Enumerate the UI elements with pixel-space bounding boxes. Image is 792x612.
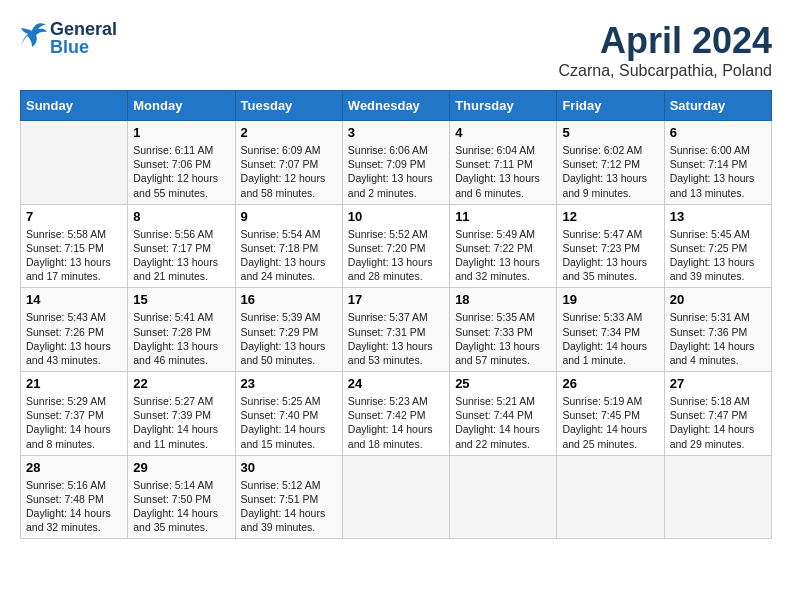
day-info: Sunrise: 5:25 AM Sunset: 7:40 PM Dayligh…	[241, 394, 337, 451]
day-cell: 20Sunrise: 5:31 AM Sunset: 7:36 PM Dayli…	[664, 288, 771, 372]
day-info: Sunrise: 5:52 AM Sunset: 7:20 PM Dayligh…	[348, 227, 444, 284]
day-cell	[450, 455, 557, 539]
day-cell: 10Sunrise: 5:52 AM Sunset: 7:20 PM Dayli…	[342, 204, 449, 288]
header-cell-friday: Friday	[557, 91, 664, 121]
day-info: Sunrise: 5:16 AM Sunset: 7:48 PM Dayligh…	[26, 478, 122, 535]
day-cell: 15Sunrise: 5:41 AM Sunset: 7:28 PM Dayli…	[128, 288, 235, 372]
bird-icon	[20, 21, 48, 53]
header-cell-thursday: Thursday	[450, 91, 557, 121]
week-row-5: 28Sunrise: 5:16 AM Sunset: 7:48 PM Dayli…	[21, 455, 772, 539]
logo: General Blue	[20, 20, 117, 56]
header-cell-monday: Monday	[128, 91, 235, 121]
day-number: 10	[348, 209, 444, 224]
day-cell: 30Sunrise: 5:12 AM Sunset: 7:51 PM Dayli…	[235, 455, 342, 539]
logo-blue-text: Blue	[50, 38, 117, 56]
day-number: 7	[26, 209, 122, 224]
day-number: 3	[348, 125, 444, 140]
day-number: 26	[562, 376, 658, 391]
day-number: 16	[241, 292, 337, 307]
day-info: Sunrise: 5:41 AM Sunset: 7:28 PM Dayligh…	[133, 310, 229, 367]
day-number: 9	[241, 209, 337, 224]
day-cell: 18Sunrise: 5:35 AM Sunset: 7:33 PM Dayli…	[450, 288, 557, 372]
day-cell: 14Sunrise: 5:43 AM Sunset: 7:26 PM Dayli…	[21, 288, 128, 372]
day-number: 19	[562, 292, 658, 307]
day-number: 13	[670, 209, 766, 224]
day-info: Sunrise: 5:18 AM Sunset: 7:47 PM Dayligh…	[670, 394, 766, 451]
day-info: Sunrise: 5:58 AM Sunset: 7:15 PM Dayligh…	[26, 227, 122, 284]
day-number: 14	[26, 292, 122, 307]
day-cell	[342, 455, 449, 539]
day-cell: 11Sunrise: 5:49 AM Sunset: 7:22 PM Dayli…	[450, 204, 557, 288]
day-number: 4	[455, 125, 551, 140]
day-number: 11	[455, 209, 551, 224]
day-info: Sunrise: 6:09 AM Sunset: 7:07 PM Dayligh…	[241, 143, 337, 200]
day-info: Sunrise: 5:23 AM Sunset: 7:42 PM Dayligh…	[348, 394, 444, 451]
day-number: 2	[241, 125, 337, 140]
day-number: 28	[26, 460, 122, 475]
day-cell: 21Sunrise: 5:29 AM Sunset: 7:37 PM Dayli…	[21, 372, 128, 456]
day-cell: 26Sunrise: 5:19 AM Sunset: 7:45 PM Dayli…	[557, 372, 664, 456]
day-cell: 22Sunrise: 5:27 AM Sunset: 7:39 PM Dayli…	[128, 372, 235, 456]
day-number: 20	[670, 292, 766, 307]
day-info: Sunrise: 5:37 AM Sunset: 7:31 PM Dayligh…	[348, 310, 444, 367]
week-row-3: 14Sunrise: 5:43 AM Sunset: 7:26 PM Dayli…	[21, 288, 772, 372]
day-number: 5	[562, 125, 658, 140]
header-cell-sunday: Sunday	[21, 91, 128, 121]
header-row: SundayMondayTuesdayWednesdayThursdayFrid…	[21, 91, 772, 121]
day-info: Sunrise: 5:35 AM Sunset: 7:33 PM Dayligh…	[455, 310, 551, 367]
day-cell: 29Sunrise: 5:14 AM Sunset: 7:50 PM Dayli…	[128, 455, 235, 539]
day-number: 12	[562, 209, 658, 224]
day-cell: 27Sunrise: 5:18 AM Sunset: 7:47 PM Dayli…	[664, 372, 771, 456]
day-cell: 25Sunrise: 5:21 AM Sunset: 7:44 PM Dayli…	[450, 372, 557, 456]
day-info: Sunrise: 5:43 AM Sunset: 7:26 PM Dayligh…	[26, 310, 122, 367]
day-cell: 28Sunrise: 5:16 AM Sunset: 7:48 PM Dayli…	[21, 455, 128, 539]
day-number: 17	[348, 292, 444, 307]
day-cell	[664, 455, 771, 539]
day-cell: 5Sunrise: 6:02 AM Sunset: 7:12 PM Daylig…	[557, 121, 664, 205]
calendar-body: 1Sunrise: 6:11 AM Sunset: 7:06 PM Daylig…	[21, 121, 772, 539]
day-info: Sunrise: 6:04 AM Sunset: 7:11 PM Dayligh…	[455, 143, 551, 200]
day-info: Sunrise: 5:56 AM Sunset: 7:17 PM Dayligh…	[133, 227, 229, 284]
day-info: Sunrise: 6:06 AM Sunset: 7:09 PM Dayligh…	[348, 143, 444, 200]
day-cell: 9Sunrise: 5:54 AM Sunset: 7:18 PM Daylig…	[235, 204, 342, 288]
day-number: 29	[133, 460, 229, 475]
day-cell: 17Sunrise: 5:37 AM Sunset: 7:31 PM Dayli…	[342, 288, 449, 372]
day-info: Sunrise: 5:49 AM Sunset: 7:22 PM Dayligh…	[455, 227, 551, 284]
day-cell: 19Sunrise: 5:33 AM Sunset: 7:34 PM Dayli…	[557, 288, 664, 372]
logo-general-text: General	[50, 20, 117, 38]
day-number: 27	[670, 376, 766, 391]
day-info: Sunrise: 5:29 AM Sunset: 7:37 PM Dayligh…	[26, 394, 122, 451]
day-number: 22	[133, 376, 229, 391]
day-cell: 7Sunrise: 5:58 AM Sunset: 7:15 PM Daylig…	[21, 204, 128, 288]
week-row-4: 21Sunrise: 5:29 AM Sunset: 7:37 PM Dayli…	[21, 372, 772, 456]
main-title: April 2024	[559, 20, 772, 62]
day-info: Sunrise: 5:31 AM Sunset: 7:36 PM Dayligh…	[670, 310, 766, 367]
day-info: Sunrise: 6:11 AM Sunset: 7:06 PM Dayligh…	[133, 143, 229, 200]
day-number: 1	[133, 125, 229, 140]
calendar-table: SundayMondayTuesdayWednesdayThursdayFrid…	[20, 90, 772, 539]
day-cell	[21, 121, 128, 205]
day-cell	[557, 455, 664, 539]
day-info: Sunrise: 5:45 AM Sunset: 7:25 PM Dayligh…	[670, 227, 766, 284]
day-number: 24	[348, 376, 444, 391]
day-cell: 8Sunrise: 5:56 AM Sunset: 7:17 PM Daylig…	[128, 204, 235, 288]
page-header: General Blue April 2024 Czarna, Subcarpa…	[20, 20, 772, 80]
day-cell: 16Sunrise: 5:39 AM Sunset: 7:29 PM Dayli…	[235, 288, 342, 372]
day-number: 8	[133, 209, 229, 224]
subtitle: Czarna, Subcarpathia, Poland	[559, 62, 772, 80]
day-number: 25	[455, 376, 551, 391]
day-info: Sunrise: 6:00 AM Sunset: 7:14 PM Dayligh…	[670, 143, 766, 200]
day-info: Sunrise: 5:33 AM Sunset: 7:34 PM Dayligh…	[562, 310, 658, 367]
day-info: Sunrise: 5:54 AM Sunset: 7:18 PM Dayligh…	[241, 227, 337, 284]
day-cell: 12Sunrise: 5:47 AM Sunset: 7:23 PM Dayli…	[557, 204, 664, 288]
week-row-1: 1Sunrise: 6:11 AM Sunset: 7:06 PM Daylig…	[21, 121, 772, 205]
day-info: Sunrise: 5:12 AM Sunset: 7:51 PM Dayligh…	[241, 478, 337, 535]
day-info: Sunrise: 5:27 AM Sunset: 7:39 PM Dayligh…	[133, 394, 229, 451]
day-cell: 24Sunrise: 5:23 AM Sunset: 7:42 PM Dayli…	[342, 372, 449, 456]
day-cell: 13Sunrise: 5:45 AM Sunset: 7:25 PM Dayli…	[664, 204, 771, 288]
day-number: 6	[670, 125, 766, 140]
week-row-2: 7Sunrise: 5:58 AM Sunset: 7:15 PM Daylig…	[21, 204, 772, 288]
day-cell: 2Sunrise: 6:09 AM Sunset: 7:07 PM Daylig…	[235, 121, 342, 205]
day-info: Sunrise: 5:47 AM Sunset: 7:23 PM Dayligh…	[562, 227, 658, 284]
day-cell: 1Sunrise: 6:11 AM Sunset: 7:06 PM Daylig…	[128, 121, 235, 205]
